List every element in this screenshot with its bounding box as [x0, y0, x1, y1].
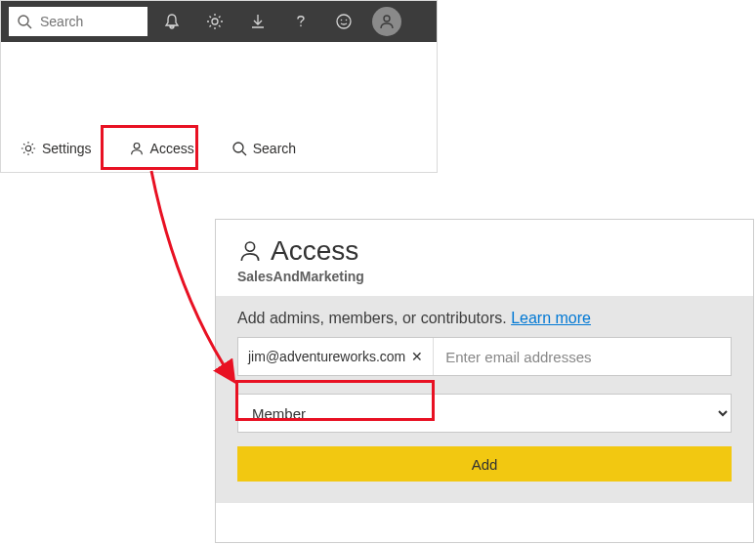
gear-icon — [21, 141, 36, 156]
access-header: Access SalesAndMarketing — [216, 220, 753, 296]
instruction-text: Add admins, members, or contributors. Le… — [237, 310, 732, 327]
annotation-highlight-chip — [235, 380, 435, 421]
svg-point-6 — [384, 16, 390, 21]
add-button[interactable]: Add — [237, 446, 732, 482]
svg-point-0 — [19, 16, 28, 25]
notifications-icon[interactable] — [153, 1, 190, 42]
remove-chip-icon[interactable]: ✕ — [411, 349, 423, 364]
help-icon[interactable] — [282, 1, 319, 42]
annotation-highlight-access — [101, 125, 198, 170]
search-button[interactable]: Search — [222, 135, 306, 162]
access-title-text: Access — [271, 235, 358, 267]
learn-more-link[interactable]: Learn more — [511, 310, 591, 326]
svg-point-5 — [346, 20, 348, 21]
svg-line-1 — [27, 24, 31, 28]
settings-button[interactable]: Settings — [11, 135, 102, 162]
top-panel: Settings Access Search — [0, 0, 438, 173]
settings-label: Settings — [42, 141, 92, 156]
download-icon[interactable] — [239, 1, 276, 42]
workspace-name: SalesAndMarketing — [237, 269, 732, 284]
svg-point-3 — [337, 15, 351, 28]
email-chip: jim@adventureworks.com ✕ — [238, 338, 434, 375]
search-label: Search — [253, 141, 296, 156]
toolbar-whitespace — [1, 42, 437, 125]
access-title: Access — [237, 235, 732, 267]
svg-point-2 — [212, 19, 218, 24]
svg-point-4 — [341, 20, 343, 21]
email-row: jim@adventureworks.com ✕ — [237, 337, 732, 376]
person-icon — [378, 13, 396, 30]
instruction-label: Add admins, members, or contributors. — [237, 310, 507, 326]
topbar — [1, 1, 437, 42]
command-bar: Settings Access Search — [1, 125, 437, 172]
feedback-icon[interactable] — [325, 1, 362, 42]
search-box[interactable] — [9, 7, 147, 36]
svg-point-9 — [233, 143, 243, 152]
account-avatar[interactable] — [368, 1, 405, 42]
search-icon — [231, 141, 247, 156]
chip-email-text: jim@adventureworks.com — [248, 349, 405, 364]
gear-icon[interactable] — [196, 1, 233, 42]
email-input[interactable] — [434, 338, 731, 375]
search-icon — [17, 14, 32, 29]
svg-line-10 — [242, 151, 246, 155]
svg-point-11 — [245, 242, 254, 251]
person-icon — [237, 238, 263, 264]
svg-point-7 — [25, 146, 30, 150]
search-input[interactable] — [38, 13, 126, 30]
